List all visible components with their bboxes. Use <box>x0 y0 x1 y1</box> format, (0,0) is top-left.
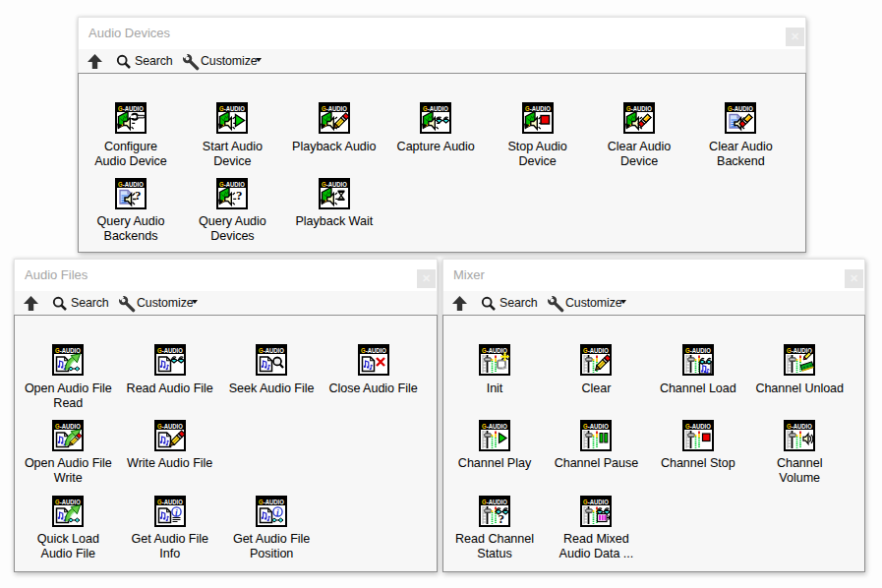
svg-text:G-AUDIO: G-AUDIO <box>525 104 551 113</box>
svg-text:G-AUDIO: G-AUDIO <box>55 346 81 355</box>
svg-text:G-AUDIO: G-AUDIO <box>55 497 81 505</box>
svg-text:G-AUDIO: G-AUDIO <box>423 104 448 113</box>
svg-text:?: ? <box>135 187 142 202</box>
svg-text:G-AUDIO: G-AUDIO <box>482 497 507 505</box>
svg-text:G-AUDIO: G-AUDIO <box>322 179 347 188</box>
svg-text:?: ? <box>236 187 243 202</box>
svg-text:?: ? <box>499 511 505 526</box>
svg-text:i: i <box>175 507 178 517</box>
svg-text:G-AUDIO: G-AUDIO <box>685 346 711 355</box>
svg-text:G-AUDIO: G-AUDIO <box>728 104 753 113</box>
svg-text:G-AUDIO: G-AUDIO <box>583 346 609 355</box>
svg-text:G-AUDIO: G-AUDIO <box>626 104 652 113</box>
svg-text:G-AUDIO: G-AUDIO <box>583 421 609 430</box>
svg-text:G-AUDIO: G-AUDIO <box>482 421 507 430</box>
svg-text:G-AUDIO: G-AUDIO <box>219 104 245 113</box>
svg-text:G-AUDIO: G-AUDIO <box>157 497 183 505</box>
svg-text:G-AUDIO: G-AUDIO <box>322 104 347 113</box>
svg-text:i: i <box>276 507 279 517</box>
svg-text:G-AUDIO: G-AUDIO <box>118 104 144 113</box>
svg-text:G-AUDIO: G-AUDIO <box>259 346 284 355</box>
svg-text:G-AUDIO: G-AUDIO <box>55 421 81 430</box>
svg-text:G-AUDIO: G-AUDIO <box>361 346 386 355</box>
svg-text:G-AUDIO: G-AUDIO <box>482 346 507 355</box>
svg-text:G-AUDIO: G-AUDIO <box>583 497 609 505</box>
svg-text:G-AUDIO: G-AUDIO <box>157 346 183 355</box>
svg-text:G-AUDIO: G-AUDIO <box>157 421 183 430</box>
svg-text:G-AUDIO: G-AUDIO <box>685 421 711 430</box>
svg-text:G-AUDIO: G-AUDIO <box>259 497 284 505</box>
svg-text:G-AUDIO: G-AUDIO <box>787 421 812 430</box>
